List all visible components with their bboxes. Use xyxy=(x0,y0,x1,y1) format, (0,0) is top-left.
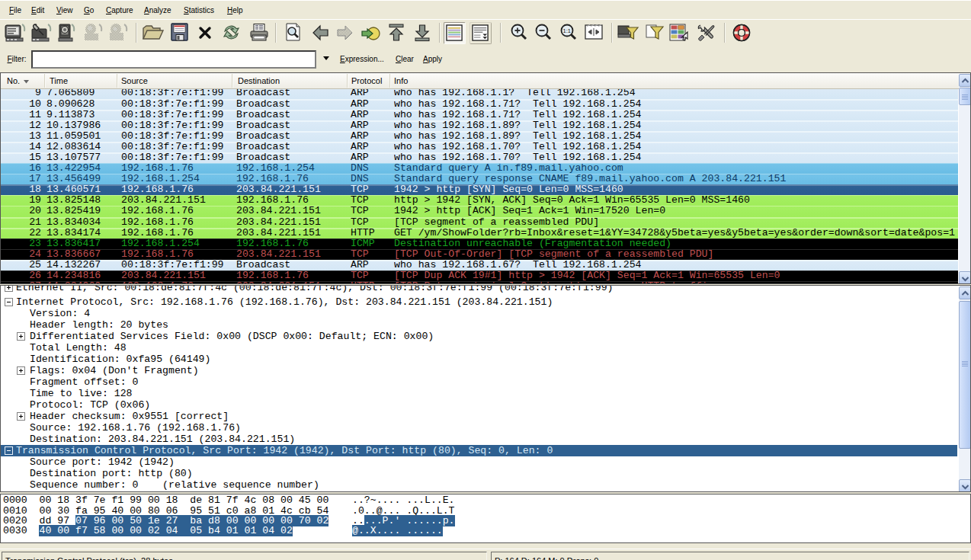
svg-text:1:1: 1:1 xyxy=(563,27,571,34)
